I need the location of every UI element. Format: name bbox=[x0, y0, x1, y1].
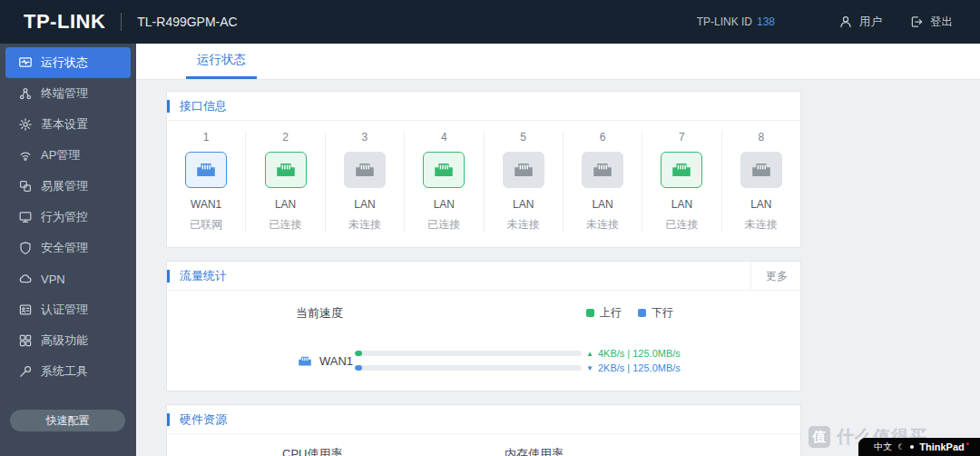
tplink-id-value: 138 bbox=[757, 15, 775, 28]
ethernet-port-icon bbox=[185, 152, 227, 188]
tplink-id[interactable]: TP-LINK ID138 bbox=[697, 15, 775, 28]
port-number: 7 bbox=[679, 131, 685, 144]
sidebar-item-vpn[interactable]: VPN bbox=[5, 263, 131, 294]
router-admin-page: TP-LINK TL-R499GPM-AC TP-LINK ID138 用户 登… bbox=[0, 0, 980, 456]
port-status: 已连接 bbox=[665, 217, 698, 233]
download-bar bbox=[355, 365, 582, 371]
port-name: LAN bbox=[513, 198, 534, 211]
sidebar-item-system-tools[interactable]: 系统工具 bbox=[5, 356, 131, 387]
hardware-body: CPU使用率 内存使用率 bbox=[167, 434, 800, 456]
input-lang-label: 中文 bbox=[874, 441, 892, 453]
traffic-stats-card: 流量统计 更多 当前速度 上行 下行 bbox=[166, 261, 801, 392]
upload-bar bbox=[355, 351, 582, 356]
legend-download: 下行 bbox=[638, 305, 673, 321]
sidebar-item-running-status[interactable]: 运行状态 bbox=[5, 47, 131, 78]
port-status: 未连接 bbox=[745, 217, 778, 233]
sidebar-item-mesh-management[interactable]: 易展管理 bbox=[5, 171, 131, 202]
port-name: LAN bbox=[275, 198, 296, 211]
memory-usage-label: 内存使用率 bbox=[505, 446, 564, 456]
port-number: 3 bbox=[362, 131, 368, 144]
sidebar-item-label: 易展管理 bbox=[41, 178, 88, 194]
logout-icon bbox=[909, 15, 924, 29]
topbar-divider bbox=[121, 13, 122, 31]
id-card-icon bbox=[18, 302, 33, 317]
thinkpad-badge: 中文 ☾ ThinkPad bbox=[858, 438, 980, 456]
sidebar-item-ap-management[interactable]: AP管理 bbox=[5, 140, 131, 171]
quick-setup-button[interactable]: 快速配置 bbox=[10, 410, 125, 431]
ethernet-port-icon bbox=[503, 152, 544, 188]
terminal-management-icon bbox=[18, 86, 33, 101]
topbar: TP-LINK TL-R499GPM-AC TP-LINK ID138 用户 登… bbox=[0, 0, 980, 44]
port-name: LAN bbox=[750, 198, 771, 211]
upload-rate: ▲ 4KB/s | 125.0MB/s bbox=[586, 346, 681, 361]
device-model: TL-R499GPM-AC bbox=[137, 15, 237, 29]
port-status: 已联网 bbox=[190, 217, 222, 233]
tplink-id-label: TP-LINK ID bbox=[697, 15, 752, 28]
download-swatch-icon bbox=[638, 309, 646, 317]
ethernet-port-icon bbox=[661, 152, 702, 188]
logout-button[interactable]: 登出 bbox=[909, 15, 953, 30]
ethernet-port-icon bbox=[344, 152, 386, 188]
sidebar-item-label: 终端管理 bbox=[41, 85, 88, 102]
sidebar-item-label: 安全管理 bbox=[41, 240, 88, 256]
upload-swatch-icon bbox=[586, 309, 594, 317]
sidebar-item-label: 基本设置 bbox=[41, 116, 88, 133]
port-name: LAN bbox=[354, 198, 375, 211]
port-cell: 2 LAN 已连接 bbox=[246, 131, 325, 233]
card-title: 接口信息 bbox=[167, 98, 227, 114]
wan-interface-row: WAN1 bbox=[297, 354, 353, 368]
user-icon bbox=[838, 15, 853, 29]
tabstrip: 运行状态 bbox=[136, 44, 980, 80]
upload-arrow-icon: ▲ bbox=[586, 350, 593, 358]
port-number: 4 bbox=[441, 131, 447, 144]
port-cell: 5 LAN 未连接 bbox=[485, 131, 564, 233]
sidebar-item-basic-settings[interactable]: 基本设置 bbox=[5, 109, 131, 140]
hardware-resources-header: 硬件资源 bbox=[167, 405, 800, 434]
download-arrow-icon: ▼ bbox=[586, 364, 593, 372]
tplink-logo: TP-LINK bbox=[24, 10, 105, 34]
port-cell: 6 LAN 未连接 bbox=[564, 131, 642, 233]
ethernet-port-icon bbox=[423, 152, 465, 188]
download-rate-text: 2KB/s | 125.0MB/s bbox=[598, 362, 681, 373]
traffic-body: 当前速度 上行 下行 bbox=[167, 291, 800, 391]
card-title: 硬件资源 bbox=[167, 411, 227, 428]
thinkpad-brand-label: ThinkPad bbox=[919, 441, 965, 452]
sidebar-item-advanced-features[interactable]: 高级功能 bbox=[5, 325, 131, 356]
cpu-usage-label: CPU使用率 bbox=[282, 446, 342, 456]
port-name: LAN bbox=[671, 198, 692, 211]
port-name: LAN bbox=[434, 198, 455, 211]
legend-upload-label: 上行 bbox=[600, 305, 622, 321]
sidebar: 运行状态 终端管理 基本设置 AP管理 易展管理 bbox=[0, 44, 136, 456]
port-cell: 4 LAN 已连接 bbox=[405, 131, 484, 233]
ethernet-port-icon bbox=[582, 152, 623, 188]
upload-rate-text: 4KB/s | 125.0MB/s bbox=[598, 348, 681, 359]
shield-icon bbox=[18, 241, 33, 255]
download-rate: ▼ 2KB/s | 125.0MB/s bbox=[586, 361, 681, 375]
traffic-stats-header: 流量统计 更多 bbox=[167, 262, 800, 291]
ethernet-port-icon bbox=[740, 152, 782, 188]
sidebar-item-label: 运行状态 bbox=[41, 55, 88, 71]
sidebar-item-behavior-control[interactable]: 行为管控 bbox=[5, 202, 131, 233]
port-cell: 8 LAN 未连接 bbox=[722, 131, 800, 233]
main-area: 运行状态 接口信息 1 WAN1 已联网 bbox=[136, 44, 980, 456]
user-button[interactable]: 用户 bbox=[838, 15, 882, 30]
more-link[interactable]: 更多 bbox=[750, 262, 800, 291]
rate-labels: ▲ 4KB/s | 125.0MB/s ▼ 2KB/s | 125.0MB/s bbox=[586, 346, 681, 375]
interface-info-card: 接口信息 1 WAN1 已联网 2 bbox=[166, 91, 801, 248]
sidebar-item-label: 行为管控 bbox=[41, 209, 88, 225]
sidebar-item-terminal-management[interactable]: 终端管理 bbox=[5, 78, 131, 109]
tab-running-status[interactable]: 运行状态 bbox=[186, 44, 257, 79]
user-label: 用户 bbox=[859, 15, 882, 30]
ethernet-port-icon bbox=[297, 354, 313, 368]
settings-gear-icon bbox=[18, 117, 33, 132]
port-status: 未连接 bbox=[348, 217, 381, 233]
port-name: WAN1 bbox=[191, 198, 221, 211]
sidebar-item-auth-management[interactable]: 认证管理 bbox=[5, 294, 131, 325]
legend-download-label: 下行 bbox=[652, 305, 673, 321]
port-cell: 7 LAN 已连接 bbox=[642, 131, 721, 233]
port-number: 8 bbox=[758, 131, 764, 144]
sidebar-item-security-management[interactable]: 安全管理 bbox=[5, 233, 131, 263]
hardware-resources-card: 硬件资源 CPU使用率 内存使用率 bbox=[166, 404, 801, 456]
sidebar-item-label: 认证管理 bbox=[41, 302, 88, 318]
port-number: 1 bbox=[203, 131, 210, 144]
